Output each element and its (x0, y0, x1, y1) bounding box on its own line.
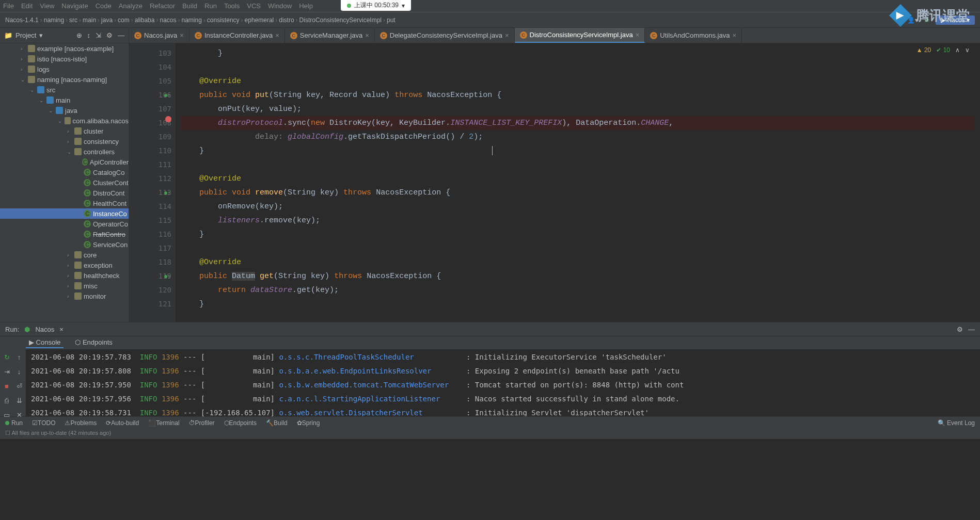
rerun-icon[interactable]: ↻ (2, 352, 11, 362)
tree-item[interactable]: ⌄java (0, 105, 129, 116)
hide-icon[interactable]: — (118, 31, 124, 39)
hide-icon[interactable]: — (968, 326, 975, 333)
breadcrumb-item[interactable]: main (83, 17, 96, 24)
menu-edit[interactable]: Edit (21, 2, 33, 10)
tree-item[interactable]: ⌄naming [nacos-naming] (0, 74, 129, 85)
tree-item[interactable]: ⌄main (0, 95, 129, 105)
statusbar-spring[interactable]: ✿Spring (297, 419, 320, 427)
statusbar-build[interactable]: 🔨Build (266, 419, 288, 427)
statusbar-problems[interactable]: ⚠Problems (65, 419, 97, 427)
run-settings-icon[interactable]: ⚙ (957, 326, 963, 333)
menu-navigate[interactable]: Navigate (61, 2, 88, 10)
menu-help[interactable]: Help (299, 2, 313, 10)
tree-item[interactable]: CApiController (0, 157, 129, 167)
tree-item[interactable]: CClusterCont (0, 177, 129, 188)
event-log[interactable]: 🔍 Event Log (938, 419, 975, 427)
code-content[interactable]: } @Override public void put(String key, … (176, 43, 980, 322)
target-icon[interactable]: ⊕ (76, 31, 82, 39)
project-tree[interactable]: ›example [nacos-example]›istio [nacos-is… (0, 43, 129, 322)
breadcrumb-item[interactable]: java (101, 17, 113, 24)
console-toolbar[interactable]: ↻↑ ⇥↓ ■⏎ ⎙⇊ ▭✕ (0, 349, 26, 416)
run-tab-console[interactable]: ▶ Console (26, 337, 64, 348)
down-icon[interactable]: ↓ (14, 367, 24, 376)
layout-icon[interactable]: ▭ (2, 410, 11, 419)
statusbar-profiler[interactable]: ⏱Profiler (189, 419, 215, 427)
tree-item[interactable]: ›misc (0, 281, 129, 291)
up-icon[interactable]: ↑ (14, 352, 24, 362)
tree-item[interactable]: CInstanceCo (0, 208, 129, 219)
menu-file[interactable]: File (3, 2, 14, 10)
tree-item[interactable]: ›example [nacos-example] (0, 43, 129, 54)
scroll-icon[interactable]: ⇊ (14, 396, 24, 405)
menu-window[interactable]: Window (268, 2, 292, 10)
menu-run[interactable]: Run (204, 2, 217, 10)
settings-icon[interactable]: ⚙ (106, 31, 113, 39)
breadcrumb-item[interactable]: DistroConsistencyServiceImpl (299, 17, 382, 24)
close-icon[interactable]: × (275, 31, 279, 39)
breadcrumb-item[interactable]: Nacos-1.4.1 (5, 17, 39, 24)
statusbar-endpoints[interactable]: ⬡Endpoints (224, 419, 257, 427)
tree-item[interactable]: ›istio [nacos-istio] (0, 54, 129, 64)
clear-icon[interactable]: ✕ (14, 410, 24, 419)
breadcrumb-item[interactable]: distro (279, 17, 294, 24)
run-tab-endpoints[interactable]: ⬡ Endpoints (72, 337, 115, 348)
editor-tab[interactable]: CNacos.java× (129, 28, 189, 43)
project-tool-header[interactable]: 📁 Project ▾ ⊕ ↕ ⇲ ⚙ — (0, 28, 129, 43)
tree-item[interactable]: ›core (0, 250, 129, 260)
breadcrumb-item[interactable]: com (118, 17, 130, 24)
expand-icon[interactable]: ↕ (87, 31, 91, 39)
breadcrumb-item[interactable]: consistency (207, 17, 240, 24)
tree-item[interactable]: CCatalogCo (0, 167, 129, 177)
attach-icon[interactable]: ⇥ (2, 367, 11, 376)
status-bar[interactable]: Run☑TODO⚠Problems⟳Auto-build⬛Terminal⏱Pr… (0, 416, 980, 429)
breadcrumb-item[interactable]: alibaba (135, 17, 155, 24)
editor-tab[interactable]: CUtilsAndCommons.java× (645, 28, 742, 43)
statusbar-auto-build[interactable]: ⟳Auto-build (106, 419, 139, 427)
tree-item[interactable]: CHealthCont (0, 198, 129, 208)
tree-item[interactable]: CDistroCont (0, 188, 129, 198)
tree-item[interactable]: ›cluster (0, 126, 129, 136)
tree-item[interactable]: CRaftContro (0, 229, 129, 239)
breadcrumb-item[interactable]: ephemeral (245, 17, 274, 24)
code-editor[interactable]: ▲ 20 ✔ 10 ∧∨ 103104105106●↑1071081091101… (129, 43, 980, 322)
tree-item[interactable]: CServiceCon (0, 239, 129, 250)
statusbar-terminal[interactable]: ⬛Terminal (148, 419, 179, 427)
breadcrumb-item[interactable]: src (69, 17, 77, 24)
wrap-icon[interactable]: ⏎ (14, 381, 24, 391)
close-icon[interactable]: × (505, 31, 509, 39)
menu-refactor[interactable]: Refactor (150, 2, 175, 10)
tree-item[interactable]: ›logs (0, 64, 129, 74)
breadcrumb-item[interactable]: naming (44, 17, 64, 24)
run-tabs[interactable]: ▶ Console⬡ Endpoints (0, 336, 980, 349)
console-output[interactable]: 2021-06-08 20:19:57.783 INFO 1396 --- [ … (26, 349, 980, 416)
editor-tab[interactable]: CInstanceController.java× (189, 28, 285, 43)
menu-tools[interactable]: Tools (224, 2, 240, 10)
menu-view[interactable]: View (40, 2, 54, 10)
close-icon[interactable]: × (180, 31, 184, 39)
main-menu[interactable]: FileEditViewNavigateCodeAnalyzeRefactorB… (0, 0, 980, 12)
statusbar-todo[interactable]: ☑TODO (32, 419, 55, 427)
tree-item[interactable]: ⌄com.alibaba.nacos (0, 116, 129, 126)
tree-item[interactable]: COperatorCo (0, 219, 129, 229)
editor-tab[interactable]: CDistroConsistencyServiceImpl.java× (515, 28, 645, 43)
stop-icon[interactable]: ■ (2, 381, 11, 391)
tree-item[interactable]: ›monitor (0, 291, 129, 301)
close-icon[interactable]: × (59, 326, 64, 333)
breakpoint-icon[interactable] (165, 116, 171, 122)
close-icon[interactable]: × (365, 31, 369, 39)
tree-item[interactable]: ›consistency (0, 136, 129, 147)
menu-vcs[interactable]: VCS (247, 2, 261, 10)
tree-item[interactable]: ›exception (0, 260, 129, 270)
tree-item[interactable]: ⌄controllers (0, 147, 129, 157)
editor-tab[interactable]: CDelegateConsistencyServiceImpl.java× (375, 28, 515, 43)
tree-item[interactable]: ›healthcheck (0, 270, 129, 281)
menu-analyze[interactable]: Analyze (119, 2, 143, 10)
menu-build[interactable]: Build (182, 2, 197, 10)
close-icon[interactable]: × (732, 31, 736, 39)
tree-item[interactable]: ⌄src (0, 85, 129, 95)
collapse-icon[interactable]: ⇲ (96, 31, 101, 39)
breadcrumb-item[interactable]: naming (182, 17, 202, 24)
close-icon[interactable]: × (636, 31, 640, 39)
breadcrumb-item[interactable]: nacos (160, 17, 176, 24)
editor-tab[interactable]: CServiceManager.java× (285, 28, 375, 43)
